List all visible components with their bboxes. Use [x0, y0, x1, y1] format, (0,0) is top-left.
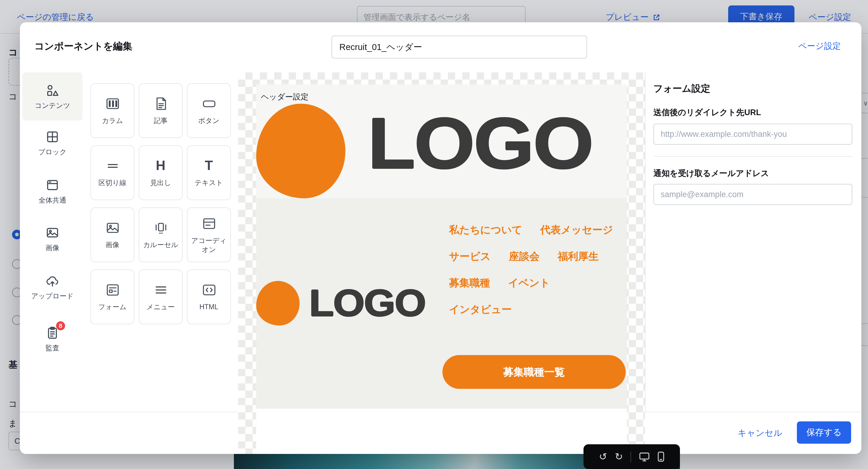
preview-nav-section: LOGO 私たちについて 代表メッセージ サービス 座談会 福利厚生 募集職種 …: [256, 198, 627, 409]
accordion-icon: [201, 216, 217, 231]
component-palette: カラム 記事 ボタン: [90, 83, 231, 324]
job-list-cta-button[interactable]: 募集職種一覧: [442, 355, 626, 389]
toolbar-divider: [631, 451, 631, 462]
preview-nav-links: 私たちについて 代表メッセージ サービス 座談会 福利厚生 募集職種 イベント …: [449, 225, 615, 315]
logo-text-small: LOGO: [309, 279, 426, 327]
nav-link-interview[interactable]: インタビュー: [449, 305, 512, 315]
header-settings-label: ヘッダー設定: [261, 92, 309, 102]
palette-item-button[interactable]: ボタン: [187, 83, 231, 138]
image-icon: [104, 220, 120, 236]
desktop-view-icon[interactable]: [639, 452, 650, 462]
cloud-upload-icon: [45, 273, 60, 288]
palette-item-text[interactable]: T テキスト: [187, 145, 231, 200]
logo-text-large: LOGO: [368, 89, 592, 196]
audit-badge: 8: [56, 321, 65, 330]
carousel-icon: [153, 220, 168, 236]
sidebar-item-upload[interactable]: アップロード: [22, 269, 83, 305]
save-button[interactable]: 保存する: [797, 421, 851, 444]
hamburger-menu-icon: [153, 282, 168, 298]
modal-title: コンポーネントを編集: [34, 40, 132, 53]
sidebar-item-contents[interactable]: コンテンツ: [22, 72, 83, 121]
sidebar-item-global[interactable]: 全体共通: [22, 173, 83, 209]
redirect-url-input[interactable]: [653, 124, 852, 145]
palette-item-carousel[interactable]: カルーセル: [138, 207, 183, 262]
button-shape-icon: [201, 96, 217, 112]
palette-item-accordion[interactable]: アコーディオン: [187, 207, 231, 262]
nav-link-service[interactable]: サービス: [449, 251, 491, 262]
notification-email-input[interactable]: [653, 184, 852, 205]
sidebar-item-block[interactable]: ブロック: [22, 125, 83, 161]
nav-link-about[interactable]: 私たちについて: [449, 225, 522, 236]
heading-h-icon: H: [156, 158, 165, 174]
settings-divider: [645, 72, 646, 412]
form-settings-divider: [653, 156, 852, 157]
form-settings-title: フォーム設定: [653, 83, 852, 95]
component-preview: ヘッダー設定 LOGO LOGO 私たちについて 代表メッセージ サービス 座談…: [238, 72, 645, 454]
footer-divider-right: [645, 412, 861, 412]
palette-item-image[interactable]: 画像: [90, 207, 134, 262]
palette-item-html[interactable]: HTML: [187, 270, 231, 324]
html-code-icon: [201, 282, 217, 298]
palette-item-article[interactable]: 記事: [138, 83, 183, 138]
text-t-icon: T: [205, 158, 213, 174]
undo-icon[interactable]: ↺: [599, 452, 607, 462]
footer-divider-left: [20, 412, 238, 412]
modal-page-settings-link[interactable]: ページ設定: [798, 41, 841, 52]
contents-icon: [45, 83, 60, 97]
edit-component-modal: コンポーネントを編集 ページ設定 コンテンツ ブロック: [20, 22, 861, 454]
palette-item-heading[interactable]: H 見出し: [138, 145, 183, 200]
header-component-preview: ヘッダー設定 LOGO LOGO 私たちについて 代表メッセージ サービス 座談…: [256, 84, 627, 454]
palette-item-menu[interactable]: メニュー: [138, 270, 183, 324]
cancel-button[interactable]: キャンセル: [738, 428, 782, 439]
redo-icon[interactable]: ↻: [615, 452, 623, 462]
document-icon: [153, 96, 168, 112]
nav-link-event[interactable]: イベント: [508, 278, 550, 289]
logo-blob-small: [256, 281, 300, 325]
block-icon: [45, 129, 60, 144]
browser-window-icon: [45, 178, 60, 192]
sidebar-item-audit[interactable]: 8 監査: [22, 321, 83, 357]
form-icon: [104, 282, 120, 298]
nav-link-benefits[interactable]: 福利厚生: [558, 251, 598, 262]
mobile-view-icon[interactable]: [658, 451, 664, 462]
preview-next-section: [256, 409, 627, 454]
preview-hero-section: ヘッダー設定 LOGO: [256, 84, 627, 198]
screen: ページの管理に戻る プレビュー 下書き保存 ページ設定 コ コ 基 コ ま C …: [0, 0, 868, 469]
logo-blob-large: [256, 104, 345, 198]
image-icon: [45, 225, 60, 240]
nav-link-positions[interactable]: 募集職種: [449, 278, 490, 289]
palette-item-form[interactable]: フォーム: [90, 270, 134, 324]
redirect-url-label: 送信後のリダイレクト先URL: [653, 107, 852, 118]
sidebar-item-image[interactable]: 画像: [22, 221, 83, 257]
device-preview-toolbar: ↺ ↻: [584, 444, 680, 469]
notification-email-label: 通知を受け取るメールアドレス: [653, 168, 852, 179]
nav-link-message[interactable]: 代表メッセージ: [540, 225, 613, 236]
divider-lines-icon: [104, 158, 120, 174]
palette-item-divider[interactable]: 区切り線: [90, 145, 134, 200]
palette-item-column[interactable]: カラム: [90, 83, 134, 138]
component-name-input[interactable]: [332, 36, 587, 59]
clipboard-audit-icon: 8: [45, 325, 60, 340]
nav-link-roundtable[interactable]: 座談会: [509, 251, 539, 262]
columns-icon: [104, 96, 120, 112]
